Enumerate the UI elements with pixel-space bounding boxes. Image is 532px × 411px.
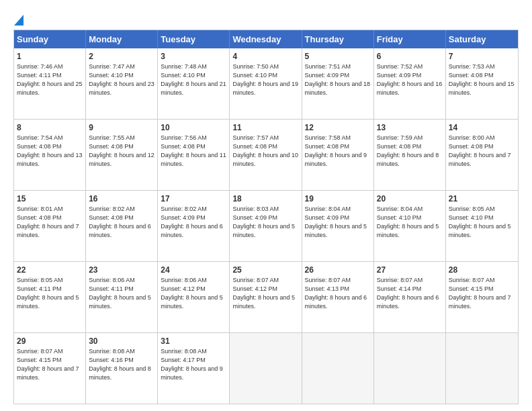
calendar-header-cell: Monday [86,30,158,48]
cell-info: Sunrise: 8:07 AM Sunset: 4:12 PM Dayligh… [232,277,295,309]
calendar-cell: 22Sunrise: 8:05 AM Sunset: 4:11 PM Dayli… [14,262,86,332]
day-number: 13 [377,122,443,133]
calendar-cell: 24Sunrise: 8:06 AM Sunset: 4:12 PM Dayli… [158,262,230,332]
calendar-cell [374,333,446,404]
day-number: 2 [89,51,154,62]
calendar-row: 15Sunrise: 8:01 AM Sunset: 4:08 PM Dayli… [14,191,518,262]
calendar-cell: 2Sunrise: 7:47 AM Sunset: 4:10 PM Daylig… [86,48,158,119]
day-number: 30 [89,336,154,347]
svg-marker-0 [14,15,24,26]
calendar-cell: 5Sunrise: 7:51 AM Sunset: 4:09 PM Daylig… [302,48,374,119]
calendar-cell: 17Sunrise: 8:02 AM Sunset: 4:09 PM Dayli… [158,191,230,261]
calendar-cell: 30Sunrise: 8:08 AM Sunset: 4:16 PM Dayli… [86,333,158,404]
day-number: 5 [305,51,371,62]
cell-info: Sunrise: 8:04 AM Sunset: 4:09 PM Dayligh… [305,205,367,238]
cell-info: Sunrise: 8:05 AM Sunset: 4:10 PM Dayligh… [449,205,511,238]
cell-info: Sunrise: 7:56 AM Sunset: 4:08 PM Dayligh… [161,134,226,167]
calendar-cell: 12Sunrise: 7:58 AM Sunset: 4:08 PM Dayli… [302,120,374,190]
calendar-cell: 13Sunrise: 7:59 AM Sunset: 4:08 PM Dayli… [374,120,446,190]
calendar-cell [230,333,302,404]
calendar-cell: 8Sunrise: 7:54 AM Sunset: 4:08 PM Daylig… [14,120,86,190]
day-number: 25 [232,265,298,275]
cell-info: Sunrise: 7:51 AM Sunset: 4:09 PM Dayligh… [305,63,371,95]
cell-info: Sunrise: 7:53 AM Sunset: 4:08 PM Dayligh… [449,63,515,95]
cell-info: Sunrise: 8:05 AM Sunset: 4:11 PM Dayligh… [17,277,79,309]
day-number: 7 [449,51,515,62]
day-number: 22 [17,265,83,275]
day-number: 19 [305,193,371,204]
day-number: 27 [377,265,443,275]
day-number: 20 [377,193,443,204]
calendar-header: SundayMondayTuesdayWednesdayThursdayFrid… [14,30,518,48]
calendar-cell [302,333,374,404]
calendar-cell: 23Sunrise: 8:06 AM Sunset: 4:11 PM Dayli… [86,262,158,332]
day-number: 12 [305,122,371,133]
calendar-header-cell: Friday [374,30,446,48]
cell-info: Sunrise: 8:01 AM Sunset: 4:08 PM Dayligh… [17,205,79,238]
logo-icon [13,12,24,26]
calendar-row: 1Sunrise: 7:46 AM Sunset: 4:11 PM Daylig… [14,48,518,120]
cell-info: Sunrise: 8:03 AM Sunset: 4:09 PM Dayligh… [232,205,295,238]
calendar-cell [446,333,518,404]
day-number: 6 [377,51,443,62]
calendar-cell: 16Sunrise: 8:02 AM Sunset: 4:08 PM Dayli… [86,191,158,261]
cell-info: Sunrise: 8:07 AM Sunset: 4:14 PM Dayligh… [377,277,439,309]
day-number: 17 [161,193,226,204]
day-number: 8 [17,122,83,133]
logo-triangle-icon [14,12,24,26]
calendar-cell: 26Sunrise: 8:07 AM Sunset: 4:13 PM Dayli… [302,262,374,332]
calendar-header-cell: Wednesday [230,30,302,48]
calendar-header-cell: Tuesday [158,30,230,48]
calendar-cell: 19Sunrise: 8:04 AM Sunset: 4:09 PM Dayli… [302,191,374,261]
calendar-row: 8Sunrise: 7:54 AM Sunset: 4:08 PM Daylig… [14,120,518,191]
calendar-row: 29Sunrise: 8:07 AM Sunset: 4:15 PM Dayli… [14,333,518,404]
cell-info: Sunrise: 7:50 AM Sunset: 4:10 PM Dayligh… [232,63,298,95]
cell-info: Sunrise: 7:52 AM Sunset: 4:09 PM Dayligh… [377,63,443,95]
day-number: 10 [161,122,226,133]
day-number: 29 [17,336,83,347]
cell-info: Sunrise: 8:02 AM Sunset: 4:08 PM Dayligh… [89,205,151,238]
day-number: 28 [449,265,515,275]
cell-info: Sunrise: 7:57 AM Sunset: 4:08 PM Dayligh… [232,134,298,167]
cell-info: Sunrise: 8:00 AM Sunset: 4:08 PM Dayligh… [449,134,511,167]
calendar-header-cell: Sunday [14,30,86,48]
day-number: 15 [17,193,83,204]
calendar-cell: 14Sunrise: 8:00 AM Sunset: 4:08 PM Dayli… [446,120,518,190]
cell-info: Sunrise: 8:08 AM Sunset: 4:17 PM Dayligh… [161,348,223,380]
calendar-row: 22Sunrise: 8:05 AM Sunset: 4:11 PM Dayli… [14,262,518,333]
day-number: 16 [89,193,154,204]
cell-info: Sunrise: 8:06 AM Sunset: 4:12 PM Dayligh… [161,277,223,309]
calendar-body: 1Sunrise: 7:46 AM Sunset: 4:11 PM Daylig… [14,48,518,404]
calendar-cell: 25Sunrise: 8:07 AM Sunset: 4:12 PM Dayli… [230,262,302,332]
day-number: 31 [161,336,226,347]
calendar-cell: 29Sunrise: 8:07 AM Sunset: 4:15 PM Dayli… [14,333,86,404]
cell-info: Sunrise: 7:46 AM Sunset: 4:11 PM Dayligh… [17,63,83,95]
day-number: 14 [449,122,515,133]
cell-info: Sunrise: 8:07 AM Sunset: 4:15 PM Dayligh… [17,348,79,380]
calendar-cell: 4Sunrise: 7:50 AM Sunset: 4:10 PM Daylig… [230,48,302,119]
cell-info: Sunrise: 8:08 AM Sunset: 4:16 PM Dayligh… [89,348,151,380]
calendar-cell: 7Sunrise: 7:53 AM Sunset: 4:08 PM Daylig… [446,48,518,119]
day-number: 21 [449,193,515,204]
day-number: 11 [232,122,298,133]
cell-info: Sunrise: 8:02 AM Sunset: 4:09 PM Dayligh… [161,205,223,238]
calendar-header-cell: Saturday [446,30,518,48]
cell-info: Sunrise: 7:48 AM Sunset: 4:10 PM Dayligh… [161,63,226,95]
cell-info: Sunrise: 8:07 AM Sunset: 4:15 PM Dayligh… [449,277,511,309]
calendar-cell: 10Sunrise: 7:56 AM Sunset: 4:08 PM Dayli… [158,120,230,190]
cell-info: Sunrise: 8:07 AM Sunset: 4:13 PM Dayligh… [305,277,367,309]
calendar-cell: 6Sunrise: 7:52 AM Sunset: 4:09 PM Daylig… [374,48,446,119]
day-number: 1 [17,51,83,62]
day-number: 24 [161,265,226,275]
cell-info: Sunrise: 7:47 AM Sunset: 4:10 PM Dayligh… [89,63,154,95]
calendar-cell: 27Sunrise: 8:07 AM Sunset: 4:14 PM Dayli… [374,262,446,332]
cell-info: Sunrise: 7:55 AM Sunset: 4:08 PM Dayligh… [89,134,154,167]
calendar-cell: 11Sunrise: 7:57 AM Sunset: 4:08 PM Dayli… [230,120,302,190]
header [13,12,519,23]
day-number: 3 [161,51,226,62]
calendar-cell: 15Sunrise: 8:01 AM Sunset: 4:08 PM Dayli… [14,191,86,261]
calendar-cell: 3Sunrise: 7:48 AM Sunset: 4:10 PM Daylig… [158,48,230,119]
calendar-cell: 9Sunrise: 7:55 AM Sunset: 4:08 PM Daylig… [86,120,158,190]
day-number: 9 [89,122,154,133]
cell-info: Sunrise: 8:06 AM Sunset: 4:11 PM Dayligh… [89,277,151,309]
